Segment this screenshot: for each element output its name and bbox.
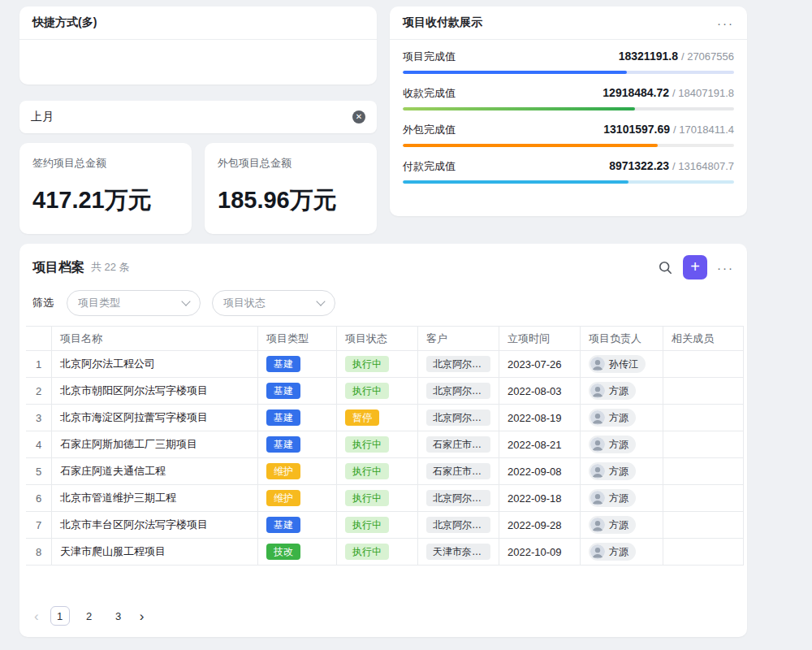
- header-cell: 客户: [418, 327, 499, 351]
- customer-cell: 北京阿尔法...: [418, 378, 499, 405]
- header-cell: 项目类型: [258, 327, 337, 351]
- table-row[interactable]: 5石家庄阿道夫通信工程维护执行中石家庄市A县2022-09-08方源: [26, 458, 744, 485]
- more-menu-icon[interactable]: ···: [717, 16, 734, 30]
- table-row[interactable]: 7北京市丰台区阿尔法写字楼项目基建执行中北京阿尔法...2022-09-28方源: [26, 512, 744, 539]
- row-index-cell: 8: [26, 539, 52, 566]
- person-pill: 方源: [589, 489, 636, 507]
- project-table: 项目名称项目类型项目状态客户立项时间项目负责人相关成员 1北京阿尔法工程公司基建…: [26, 326, 744, 566]
- project-status-cell: 执行中: [337, 431, 418, 458]
- customer-cell: 北京阿尔法...: [418, 512, 499, 539]
- table-body: 1北京阿尔法工程公司基建执行中北京阿尔法...2023-07-26孙传江2北京市…: [26, 351, 744, 566]
- start-date-cell: 2022-10-09: [499, 539, 581, 566]
- page-number[interactable]: 2: [80, 606, 99, 626]
- shortcut-card-title: 快捷方式(多): [32, 15, 97, 30]
- search-button[interactable]: [654, 256, 676, 279]
- table-row[interactable]: 1北京阿尔法工程公司基建执行中北京阿尔法...2023-07-26孙传江: [26, 351, 744, 378]
- shortcut-card: 快捷方式(多): [19, 6, 377, 84]
- progress-fill: [403, 144, 658, 147]
- person-pill: 方源: [589, 382, 636, 400]
- customer-tag: 北京阿尔法...: [426, 356, 490, 372]
- customer-tag: 北京阿尔法...: [426, 490, 490, 506]
- progress-value: 8971322.23: [609, 159, 669, 172]
- start-date-cell: 2022-09-18: [499, 485, 581, 512]
- progress-fill: [403, 71, 627, 74]
- archive-title: 项目档案: [32, 259, 84, 276]
- project-status-cell: 执行中: [337, 539, 418, 566]
- members-cell: [663, 431, 744, 458]
- members-cell: [663, 512, 744, 539]
- progress-track: [403, 107, 734, 110]
- members-cell: [663, 405, 744, 431]
- table-row[interactable]: 8天津市爬山服工程项目技改执行中天津市奈文...2022-10-09方源: [26, 539, 744, 566]
- header-cell: 项目负责人: [581, 327, 663, 351]
- record-count: 共 22 条: [91, 260, 130, 275]
- customer-tag: 北京阿尔法...: [426, 383, 490, 399]
- clear-filter-icon[interactable]: [352, 110, 365, 124]
- month-filter-bar[interactable]: 上月: [19, 101, 377, 133]
- row-index-cell: 2: [26, 378, 52, 405]
- project-archive-card: 项目档案 共 22 条 ··· 筛选 项目类型 项目状态 项目名称项目类型项目状…: [19, 244, 747, 637]
- shortcut-card-header: 快捷方式(多): [19, 6, 377, 40]
- prev-page-icon[interactable]: ‹: [32, 609, 41, 623]
- project-type-cell: 基建: [258, 405, 337, 431]
- row-index-cell: 3: [26, 405, 52, 431]
- table-row[interactable]: 6北京市管道维护三期工程维护执行中北京阿尔法...2022-09-18方源: [26, 485, 744, 512]
- progress-fill: [403, 180, 628, 184]
- next-page-icon[interactable]: ›: [138, 609, 146, 623]
- progress-track: [403, 180, 734, 184]
- customer-tag: 北京阿尔法...: [426, 517, 490, 533]
- page-number[interactable]: 3: [109, 606, 128, 626]
- table-row[interactable]: 2北京市朝阳区阿尔法写字楼项目基建执行中北京阿尔法...2022-08-03方源: [26, 378, 744, 405]
- project-status-cell: 执行中: [337, 458, 418, 485]
- owner-cell: 方源: [581, 431, 663, 458]
- select-placeholder: 项目类型: [78, 296, 176, 310]
- owner-cell: 方源: [581, 458, 663, 485]
- project-type-select[interactable]: 项目类型: [67, 290, 201, 316]
- start-date-cell: 2022-08-21: [499, 431, 581, 458]
- table-row[interactable]: 4石家庄阿斯加德工厂三期项目基建执行中石家庄市A县2022-08-21方源: [26, 431, 744, 458]
- members-cell: [663, 539, 744, 566]
- project-name-cell: 石家庄阿道夫通信工程: [52, 458, 258, 485]
- project-name-cell: 北京市丰台区阿尔法写字楼项目: [52, 512, 258, 539]
- progress-label: 付款完成值: [403, 159, 609, 174]
- project-type-cell: 基建: [258, 431, 337, 458]
- status-badge: 执行中: [345, 490, 389, 506]
- type-badge: 维护: [266, 463, 300, 479]
- table-header-row: 项目名称项目类型项目状态客户立项时间项目负责人相关成员: [26, 326, 744, 351]
- page-number[interactable]: 1: [50, 606, 70, 626]
- start-date-cell: 2022-08-19: [499, 405, 581, 431]
- owner-cell: 方源: [581, 485, 663, 512]
- avatar: [590, 357, 605, 371]
- project-status-cell: 执行中: [337, 485, 418, 512]
- payment-progress-row: 项目完成值18321191.8/ 27067556: [403, 50, 734, 74]
- status-badge: 执行中: [345, 517, 389, 533]
- row-index-cell: 6: [26, 485, 52, 512]
- owner-cell: 方源: [581, 539, 663, 566]
- avatar: [590, 491, 605, 505]
- filter-label: 筛选: [32, 296, 54, 310]
- person-pill: 方源: [589, 462, 636, 480]
- add-record-button[interactable]: [683, 255, 707, 280]
- stat-value: 417.21万元: [32, 184, 179, 217]
- payment-progress-row: 外包完成值13101597.69/ 17018411.4: [403, 123, 734, 147]
- person-pill: 方源: [589, 409, 636, 427]
- month-filter-label: 上月: [31, 110, 352, 124]
- progress-value: 12918484.72: [603, 86, 669, 99]
- customer-cell: 石家庄市A县: [418, 458, 499, 485]
- owner-cell: 方源: [581, 512, 663, 539]
- customer-tag: 石家庄市A县: [426, 463, 490, 479]
- person-name: 孙传江: [609, 358, 638, 371]
- person-name: 方源: [609, 384, 628, 398]
- header-cell: 项目名称: [52, 327, 258, 351]
- avatar: [590, 518, 605, 532]
- project-name-cell: 北京市管道维护三期工程: [52, 485, 258, 512]
- more-menu-icon[interactable]: ···: [717, 261, 734, 275]
- person-pill: 孙传江: [589, 355, 646, 373]
- table-row[interactable]: 3北京市海淀区阿拉蕾写字楼项目基建暂停北京阿尔法...2022-08-19方源: [26, 405, 744, 431]
- status-badge: 执行中: [345, 383, 389, 399]
- members-cell: [663, 378, 744, 405]
- payment-progress-row: 付款完成值8971322.23/ 13164807.7: [403, 159, 734, 184]
- project-name-cell: 北京市海淀区阿拉蕾写字楼项目: [52, 405, 258, 431]
- project-name-cell: 北京市朝阳区阿尔法写字楼项目: [52, 378, 258, 405]
- project-status-select[interactable]: 项目状态: [212, 290, 335, 316]
